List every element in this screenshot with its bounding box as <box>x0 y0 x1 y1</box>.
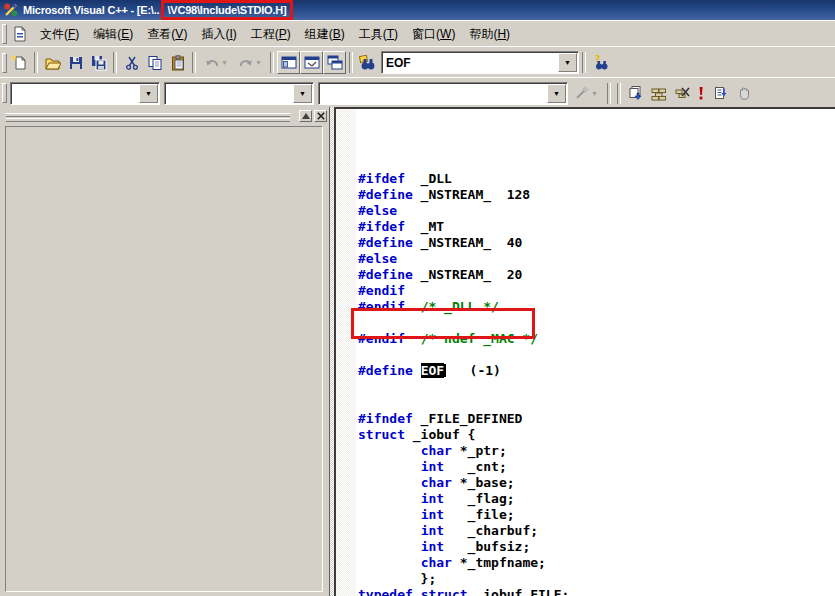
code-token-id <box>358 523 421 538</box>
find-combobox-input[interactable]: EOF <box>382 56 558 70</box>
code-token-kw: struct <box>421 587 468 596</box>
wizardbar-filter-combobox: ▼ <box>164 82 314 105</box>
code-token-id: _FILE_DEFINED <box>413 411 523 426</box>
new-file-icon <box>12 55 28 71</box>
cascade-windows-icon <box>327 55 343 71</box>
visual-cpp-app-icon[interactable] <box>3 2 19 18</box>
menu-item-p[interactable]: 工程(P) <box>244 23 298 45</box>
undo-button[interactable]: ▼ <box>199 51 233 74</box>
windows-toggle-button[interactable] <box>323 51 346 74</box>
toolbar-separator <box>607 83 611 104</box>
code-line <box>358 347 569 363</box>
code-line: #ifndef _FILE_DEFINED <box>358 411 569 427</box>
search-help-binoculars-icon: ? <box>592 55 610 71</box>
execute-program-button[interactable] <box>693 82 709 105</box>
paste-button[interactable] <box>166 51 189 74</box>
menu-items: 文件(F)编辑(E)查看(V)插入(I)工程(P)组建(B)工具(T)窗口(W)… <box>33 26 517 43</box>
code-token-kw: #else <box>358 203 397 218</box>
menu-item-e[interactable]: 编辑(E) <box>86 23 140 45</box>
wizardbar-filter-dropdown-button[interactable]: ▼ <box>293 84 312 103</box>
code-token-kw: #ifdef <box>358 171 405 186</box>
cut-scissors-icon <box>124 55 140 71</box>
code-token-id: _MT <box>405 219 444 234</box>
code-token-id <box>413 363 421 378</box>
code-editor-window: #ifdef _DLL#define _NSTREAM_ 128#else#if… <box>334 107 835 596</box>
menu-item-v[interactable]: 查看(V) <box>140 23 194 45</box>
document-system-icon[interactable] <box>12 26 28 42</box>
code-token-kw: #define <box>358 267 413 282</box>
code-token-id <box>405 331 421 346</box>
code-token-kw: int <box>421 539 444 554</box>
workspace-toggle-button[interactable] <box>277 51 300 74</box>
code-token-id <box>358 507 421 522</box>
new-file-button[interactable] <box>8 51 31 74</box>
code-line: #ifdef _DLL <box>358 171 569 187</box>
pane-grip[interactable] <box>6 113 290 117</box>
code-token-id <box>358 443 421 458</box>
code-token-kw: int <box>421 507 444 522</box>
search-help-button[interactable]: ? <box>589 51 612 74</box>
title-bar: Microsoft Visual C++ - [E:\.. \VC98\Incl… <box>0 0 835 20</box>
compile-button[interactable] <box>624 82 647 105</box>
code-area[interactable]: #ifdef _DLL#define _NSTREAM_ 128#else#if… <box>358 123 569 596</box>
hand-icon <box>736 85 752 101</box>
wizardbar-member-dropdown-button[interactable]: ▼ <box>547 84 566 103</box>
code-line: #define _NSTREAM_ 20 <box>358 267 569 283</box>
save-button[interactable] <box>64 51 87 74</box>
redo-icon <box>238 55 254 71</box>
menu-item-w[interactable]: 窗口(W) <box>405 23 462 45</box>
toolbar-separator <box>617 83 621 104</box>
code-token-id <box>405 299 421 314</box>
menu-item-h[interactable]: 帮助(H) <box>462 23 517 45</box>
code-token-kw: #endif <box>358 331 405 346</box>
code-token-id: _file; <box>444 507 514 522</box>
code-token-kw: #endif <box>358 299 405 314</box>
stop-build-button[interactable] <box>670 82 693 105</box>
menu-item-b[interactable]: 组建(B) <box>298 23 352 45</box>
wizardbar-class-dropdown-button[interactable]: ▼ <box>139 84 158 103</box>
code-token-num: 20 <box>507 267 523 282</box>
wizard-action-button[interactable]: ▼ <box>568 82 604 105</box>
code-line: #define EOF (-1) <box>358 363 569 379</box>
go-button[interactable] <box>709 82 732 105</box>
toolbar2-grip[interactable] <box>2 83 7 103</box>
find-combobox-dropdown-button[interactable]: ▼ <box>558 53 577 72</box>
menu-item-t[interactable]: 工具(T) <box>352 23 405 45</box>
code-line <box>358 315 569 331</box>
wizard-build-toolbar: ▼ ▼ ▼ ▼ <box>0 77 835 109</box>
wizardbar-class-combobox: ▼ <box>10 82 160 105</box>
menu-item-i[interactable]: 插入(I) <box>194 23 243 45</box>
code-token-id: _flag; <box>444 491 514 506</box>
toolbar1-grip[interactable] <box>2 53 7 73</box>
open-file-button[interactable] <box>41 51 64 74</box>
code-line: #endif <box>358 283 569 299</box>
pane-minimize-button[interactable] <box>299 110 312 122</box>
code-token-kw: #else <box>358 251 397 266</box>
code-token-kw: int <box>421 459 444 474</box>
code-token-id: (-1) <box>446 363 501 378</box>
execute-exclamation-icon <box>696 85 706 101</box>
toolbar-separator <box>270 52 274 73</box>
menubar-grip[interactable] <box>2 24 7 44</box>
save-all-button[interactable] <box>87 51 110 74</box>
find-in-files-button[interactable] <box>356 51 379 74</box>
copy-button[interactable] <box>143 51 166 74</box>
code-line: int _flag; <box>358 491 569 507</box>
pane-close-button[interactable] <box>314 110 327 122</box>
menu-item-f[interactable]: 文件(F) <box>33 23 86 45</box>
build-bricks-icon <box>651 85 667 101</box>
code-token-id: _DLL <box>405 171 452 186</box>
code-token-id: _NSTREAM_ <box>413 267 507 282</box>
pane-grip[interactable] <box>6 118 290 122</box>
selection-margin[interactable] <box>336 109 356 596</box>
code-token-num: 128 <box>507 187 530 202</box>
cut-button[interactable] <box>120 51 143 74</box>
stop-build-icon <box>674 85 690 101</box>
output-toggle-button[interactable] <box>300 51 323 74</box>
redo-button[interactable]: ▼ <box>233 51 267 74</box>
toolbar-separator <box>192 52 196 73</box>
insert-breakpoint-button[interactable] <box>732 82 755 105</box>
save-floppy-icon <box>68 55 84 71</box>
build-button[interactable] <box>647 82 670 105</box>
go-icon <box>713 85 729 101</box>
